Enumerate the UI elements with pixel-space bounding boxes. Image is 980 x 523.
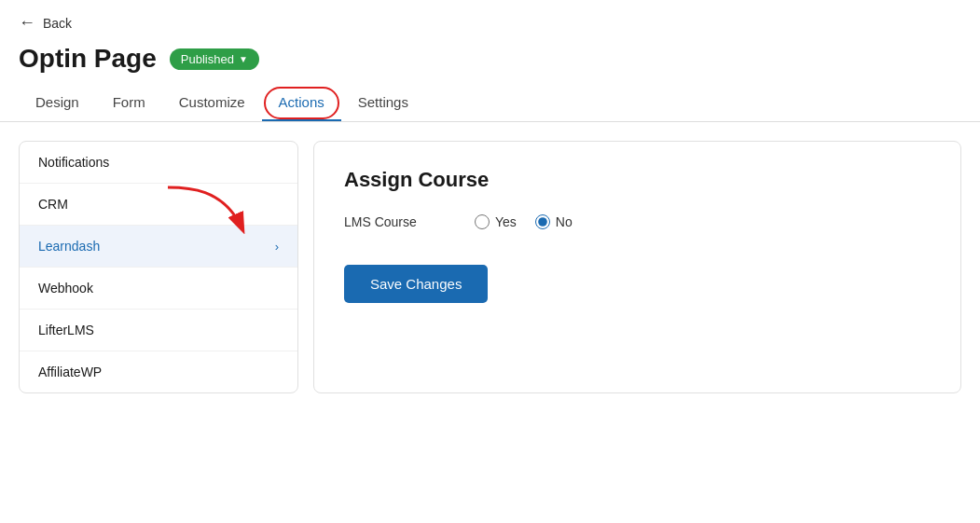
published-label: Published — [181, 52, 234, 66]
sidebar-item-learndash[interactable]: Learndash › — [20, 226, 297, 268]
radio-no-label: No — [556, 214, 573, 229]
chevron-down-icon: ▼ — [239, 54, 248, 64]
back-arrow-icon[interactable]: ← — [19, 13, 35, 33]
page-title: Optin Page — [19, 44, 157, 74]
radio-yes-option[interactable]: Yes — [475, 214, 517, 229]
tab-form[interactable]: Form — [96, 85, 162, 121]
sidebar-wrapper: Notifications CRM Learndash › Webhook Li… — [19, 141, 298, 393]
radio-no-input[interactable] — [535, 214, 550, 229]
lms-course-row: LMS Course Yes No — [344, 214, 931, 229]
sidebar-item-notifications[interactable]: Notifications — [20, 142, 297, 184]
tab-design[interactable]: Design — [19, 85, 96, 121]
sidebar-item-crm[interactable]: CRM — [20, 184, 297, 226]
back-label[interactable]: Back — [43, 16, 72, 31]
lms-course-radio-group: Yes No — [475, 214, 573, 229]
radio-yes-label: Yes — [495, 214, 517, 229]
radio-yes-input[interactable] — [475, 214, 490, 229]
tab-customize[interactable]: Customize — [162, 85, 262, 121]
lms-course-label: LMS Course — [344, 214, 437, 229]
top-bar: ← Back — [0, 0, 980, 40]
chevron-right-icon: › — [275, 240, 279, 254]
save-changes-button[interactable]: Save Changes — [344, 265, 488, 303]
page-header: Optin Page Published ▼ — [0, 40, 980, 85]
sidebar: Notifications CRM Learndash › Webhook Li… — [19, 141, 298, 393]
tabs-bar: Design Form Customize Actions Settings — [0, 85, 980, 122]
tab-actions[interactable]: Actions — [262, 85, 341, 121]
sidebar-item-affiliatewp[interactable]: AffiliateWP — [20, 351, 297, 392]
main-content: Notifications CRM Learndash › Webhook Li… — [0, 122, 980, 412]
sidebar-item-lifterlms[interactable]: LifterLMS — [20, 310, 297, 351]
panel-title: Assign Course — [344, 168, 931, 192]
published-badge[interactable]: Published ▼ — [170, 48, 259, 70]
right-panel: Assign Course LMS Course Yes No Save Cha… — [313, 141, 961, 393]
sidebar-item-webhook[interactable]: Webhook — [20, 268, 297, 310]
radio-no-option[interactable]: No — [535, 214, 573, 229]
tab-settings[interactable]: Settings — [341, 85, 425, 121]
